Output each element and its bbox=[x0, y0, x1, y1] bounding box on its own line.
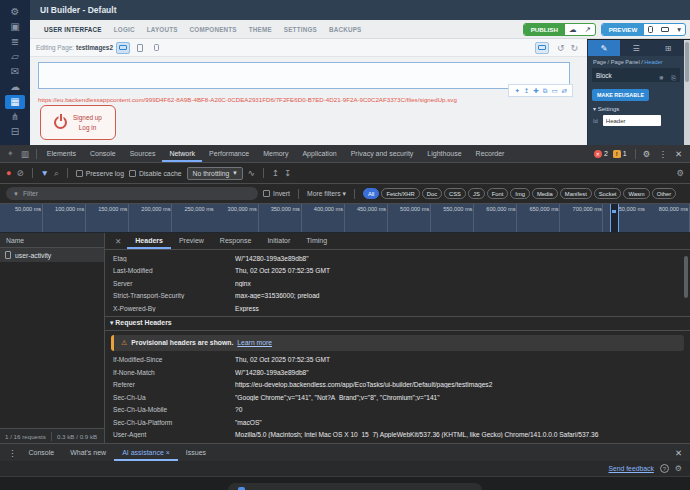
filter-chip[interactable]: Media bbox=[532, 188, 558, 199]
duplicate-icon[interactable]: ⧉ bbox=[543, 86, 548, 95]
cloud-code-icon[interactable]: ☁ bbox=[5, 80, 25, 94]
messaging-icon[interactable]: ✉ bbox=[5, 65, 25, 79]
detail-tab[interactable]: Initiator bbox=[259, 233, 298, 249]
ui-builder-icon[interactable]: ▦ bbox=[5, 95, 25, 109]
canvas-scrollbar[interactable] bbox=[684, 40, 690, 145]
breakpoint-tablet-button[interactable] bbox=[133, 42, 147, 54]
detail-tab[interactable]: Headers bbox=[127, 233, 171, 249]
more-filters-button[interactable]: More filters ▾ bbox=[307, 190, 346, 198]
external-link-icon[interactable]: ↗ bbox=[580, 25, 594, 34]
breadcrumb-current[interactable]: Header bbox=[644, 59, 662, 65]
builder-nav-tab[interactable]: SETTINGS bbox=[278, 20, 323, 39]
wand-icon[interactable]: ✦ bbox=[514, 86, 519, 95]
filter-chip[interactable]: Manifest bbox=[560, 188, 592, 199]
grid-tab-icon[interactable]: ⊞ bbox=[652, 40, 684, 56]
monitor-icon[interactable] bbox=[657, 27, 673, 32]
devtools-tab[interactable]: Memory bbox=[256, 145, 295, 162]
copy-icon[interactable]: ⎘ bbox=[671, 75, 676, 81]
preserve-log-checkbox[interactable]: Preserve log bbox=[76, 170, 124, 177]
network-overview-timeline[interactable]: 50,000 ms100,000 ms150,000 ms200,000 ms2… bbox=[0, 204, 690, 233]
settings-section-header[interactable]: ▾ Settings bbox=[588, 101, 684, 114]
devtools-tab[interactable]: Console bbox=[83, 145, 123, 162]
current-breakpoint-button[interactable] bbox=[535, 42, 549, 54]
settings-icon[interactable]: ⚙ bbox=[5, 5, 25, 19]
inspect-icon[interactable]: ⌖ bbox=[4, 148, 17, 159]
builder-nav-tab[interactable]: COMPONENTS bbox=[184, 20, 243, 39]
devtools-tab[interactable]: Performance bbox=[202, 145, 256, 162]
selected-block-outline[interactable] bbox=[38, 62, 570, 89]
drawer-tab[interactable]: Console bbox=[21, 444, 63, 461]
drawer-tab[interactable]: Issues bbox=[178, 444, 214, 461]
detail-scrollbar[interactable] bbox=[684, 256, 688, 298]
chevron-down-icon[interactable]: ▾ bbox=[673, 25, 685, 34]
builder-nav-tab[interactable]: BACKUPS bbox=[323, 20, 368, 39]
request-headers-section[interactable]: ▾ Request Headers bbox=[105, 316, 690, 331]
move-icon[interactable]: ✚ bbox=[533, 86, 538, 95]
filter-chip[interactable]: Img bbox=[510, 188, 530, 199]
swap-icon[interactable]: ⇄ bbox=[562, 86, 567, 95]
learn-more-link[interactable]: Learn more bbox=[237, 339, 272, 346]
help-icon[interactable]: ? bbox=[660, 464, 669, 473]
devtools-settings-gear-icon[interactable]: ⚙ bbox=[639, 149, 655, 159]
breakpoint-phone-button[interactable] bbox=[150, 42, 164, 54]
filter-chip[interactable]: Socket bbox=[594, 188, 622, 199]
phone-icon[interactable] bbox=[644, 26, 657, 33]
filter-chip[interactable]: Fetch/XHR bbox=[381, 188, 419, 199]
delete-icon[interactable]: ▭ bbox=[551, 86, 557, 95]
move-up-icon[interactable]: ↥ bbox=[524, 86, 529, 95]
files-icon[interactable]: ▱ bbox=[5, 50, 25, 64]
drawer-tab[interactable]: What's new bbox=[62, 444, 114, 461]
menu-tab-icon[interactable]: ☰ bbox=[620, 40, 652, 56]
network-conditions-icon[interactable]: ∿ bbox=[248, 169, 255, 178]
undo-icon[interactable]: ↺ bbox=[554, 43, 568, 53]
headers-panel[interactable]: Etag W/"14280-199a3e89db8" Last-Modified… bbox=[105, 250, 690, 443]
devtools-tab[interactable]: Privacy and security bbox=[344, 145, 421, 162]
devtools-tab[interactable]: Elements bbox=[40, 145, 83, 162]
clear-icon[interactable]: ⊘ bbox=[16, 169, 23, 178]
devtools-tab[interactable]: Lighthouse bbox=[420, 145, 468, 162]
filter-chip[interactable]: Wasm bbox=[623, 188, 649, 199]
filter-chip[interactable]: Other bbox=[652, 188, 677, 199]
drawer-kebab-icon[interactable]: ⋮ bbox=[4, 448, 21, 458]
device-toolbar-icon[interactable]: ▥ bbox=[17, 149, 33, 159]
devtools-tab[interactable]: Network bbox=[162, 145, 202, 162]
disable-cache-checkbox[interactable]: Disable cache bbox=[129, 170, 182, 177]
id-field[interactable] bbox=[603, 115, 661, 126]
api-services-icon[interactable]: ⋔ bbox=[5, 110, 25, 124]
invert-checkbox[interactable]: Invert bbox=[263, 190, 290, 197]
marketplace-icon[interactable]: ⊟ bbox=[5, 125, 25, 139]
devtools-close-icon[interactable]: ✕ bbox=[671, 149, 686, 159]
filter-chip[interactable]: All bbox=[363, 188, 379, 199]
preview-button[interactable]: PREVIEW bbox=[602, 24, 645, 35]
make-reusable-button[interactable]: MAKE REUSABLE bbox=[592, 89, 649, 101]
network-filter-input[interactable]: ▼ Filter bbox=[6, 187, 258, 200]
pin-icon[interactable]: ✵ bbox=[659, 75, 664, 81]
ai-settings-gear-icon[interactable]: ⚙ bbox=[675, 464, 682, 473]
send-feedback-link[interactable]: Send feedback bbox=[608, 465, 653, 472]
redo-icon[interactable]: ↻ bbox=[567, 43, 581, 53]
media-icon[interactable]: ▣ bbox=[5, 20, 25, 34]
breakpoint-desktop-button[interactable] bbox=[116, 42, 130, 54]
page-canvas[interactable]: ✦↥✚⧉▭⇄ https://eu.backendlessappcontent.… bbox=[30, 57, 587, 145]
devtools-kebab-icon[interactable]: ⋮ bbox=[654, 149, 671, 159]
devtools-tab[interactable]: Sources bbox=[123, 145, 163, 162]
export-har-icon[interactable]: ↧ bbox=[284, 169, 291, 178]
drawer-close-icon[interactable]: ✕ bbox=[671, 448, 686, 458]
issue-badge[interactable]: ! 1 bbox=[613, 150, 627, 158]
builder-nav-tab[interactable]: LAYOUTS bbox=[141, 20, 184, 39]
error-badge[interactable]: ✕ 2 bbox=[594, 150, 608, 158]
builder-nav-tab[interactable]: USER INTERFACE bbox=[38, 20, 108, 39]
detail-tab[interactable]: Preview bbox=[171, 233, 212, 249]
builder-nav-tab[interactable]: THEME bbox=[243, 20, 278, 39]
timeline-scrubber[interactable] bbox=[610, 204, 619, 233]
signed-up-button[interactable]: Signed up Log in bbox=[40, 105, 116, 140]
filter-chip[interactable]: Doc bbox=[422, 188, 442, 199]
publish-button[interactable]: PUBLISH bbox=[524, 24, 565, 35]
drawer-tab[interactable]: AI assistance × bbox=[114, 444, 178, 461]
filter-chip[interactable]: CSS bbox=[444, 188, 466, 199]
detail-tab[interactable]: Timing bbox=[298, 233, 335, 249]
filter-toggle-icon[interactable]: ▼ bbox=[41, 169, 49, 178]
database-icon[interactable]: ≣ bbox=[5, 35, 25, 49]
throttling-select[interactable]: No throttling ▾ bbox=[187, 167, 243, 180]
filter-chip[interactable]: JS bbox=[468, 188, 485, 199]
